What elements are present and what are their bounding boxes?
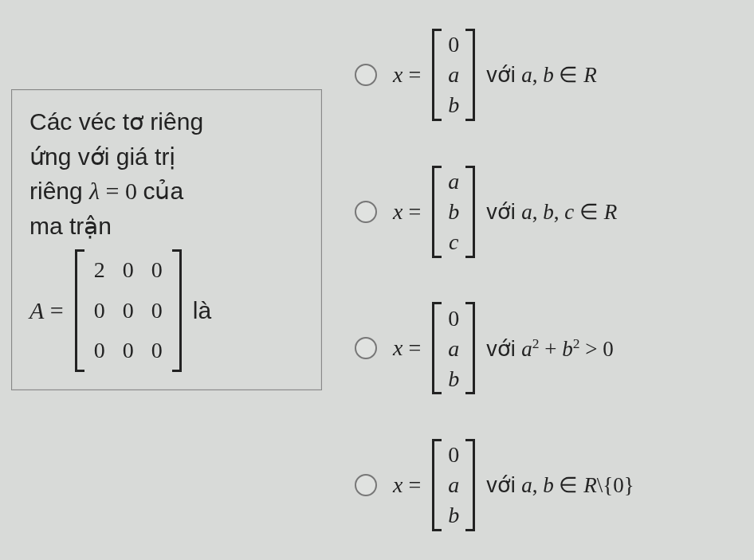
question-box: Các véc tơ riêng ứng với giá trị riêng λ… [11,89,322,390]
v-0: 0 [448,442,459,468]
v-2: b [448,503,459,528]
option-vector: 0 a b [432,29,475,121]
radio-icon[interactable] [355,201,377,223]
m-1-1: 0 [123,295,134,327]
q-la: là [193,293,211,328]
opt-voi: với [486,200,521,224]
m-2-2: 0 [151,335,163,367]
m-2-1: 0 [123,335,134,367]
option-content: x = 0 a b với a, b ∈ R\{0} [393,439,634,531]
option-vector: 0 a b [432,302,475,394]
v-1: a [448,62,459,88]
opt-x: x [393,472,403,497]
opt-x: x [393,199,403,224]
q-equals: = [44,297,63,323]
opt-eq: = [403,62,421,87]
radio-icon[interactable] [355,474,377,496]
option-content: x = 0 a b với a2 + b2 > 0 [393,302,614,394]
m-0-1: 0 [123,254,134,287]
opt-eq: = [403,472,421,497]
v-1: a [448,472,459,498]
option-condition: với a, b ∈ R [486,62,597,88]
opt-eq: = [403,199,421,224]
v-0: a [448,169,459,194]
matrix-grid: 2 0 0 0 0 0 0 0 0 [83,249,174,372]
q-eq0: = 0 [100,178,143,204]
opt-voi: với [486,473,521,497]
q-pre: riêng [29,178,89,204]
option-vector: 0 a b [432,439,475,531]
v-0: 0 [448,32,459,57]
bracket-right [174,249,182,372]
option-condition: với a, b, c ∈ R [486,199,617,225]
q-post: của [143,178,183,204]
option-2[interactable]: x = a b c với a, b, c ∈ R [355,164,753,260]
v-1: a [448,335,459,361]
question-text: Các véc tơ riêng ứng với giá trị riêng λ… [29,104,304,372]
option-condition: với a, b ∈ R\{0} [486,472,634,498]
m-1-2: 0 [151,295,163,327]
m-2-0: 0 [94,335,105,367]
q-A: A [29,297,44,323]
option-content: x = a b c với a, b, c ∈ R [393,166,617,258]
m-1-0: 0 [94,295,105,327]
option-content: x = 0 a b với a, b ∈ R [393,29,597,121]
m-0-2: 0 [151,254,163,287]
opt-x: x [393,62,403,87]
matrix-A: 2 0 0 0 0 0 0 0 0 [75,249,182,372]
opt-x: x [393,335,403,360]
opt-voi: với [486,63,521,87]
m-0-0: 2 [94,254,105,287]
radio-icon[interactable] [355,64,377,86]
bracket-left [75,249,83,372]
question-line-1: Các véc tơ riêng [29,104,304,139]
v-1: b [448,199,459,225]
question-line-3: riêng λ = 0 của [29,174,304,209]
question-line-4: ma trận [29,209,304,244]
option-1[interactable]: x = 0 a b với a, b ∈ R [355,27,753,123]
v-0: 0 [448,305,459,331]
opt-eq: = [403,335,421,360]
option-3[interactable]: x = 0 a b với a2 + b2 > 0 [355,300,753,396]
matrix-line: A = 2 0 0 0 0 0 0 0 0 [29,249,304,372]
question-line-2: ứng với giá trị [29,139,304,174]
q-lambda: λ [89,178,100,204]
option-4[interactable]: x = 0 a b với a, b ∈ R\{0} [355,437,753,533]
option-condition: với a2 + b2 > 0 [486,335,614,362]
options-panel: x = 0 a b với a, b ∈ R x = [355,0,753,560]
v-2: c [449,229,458,255]
v-2: b [448,366,459,391]
radio-icon[interactable] [355,337,377,359]
opt-voi: với [486,337,521,361]
option-vector: a b c [432,166,475,258]
v-2: b [448,92,459,118]
